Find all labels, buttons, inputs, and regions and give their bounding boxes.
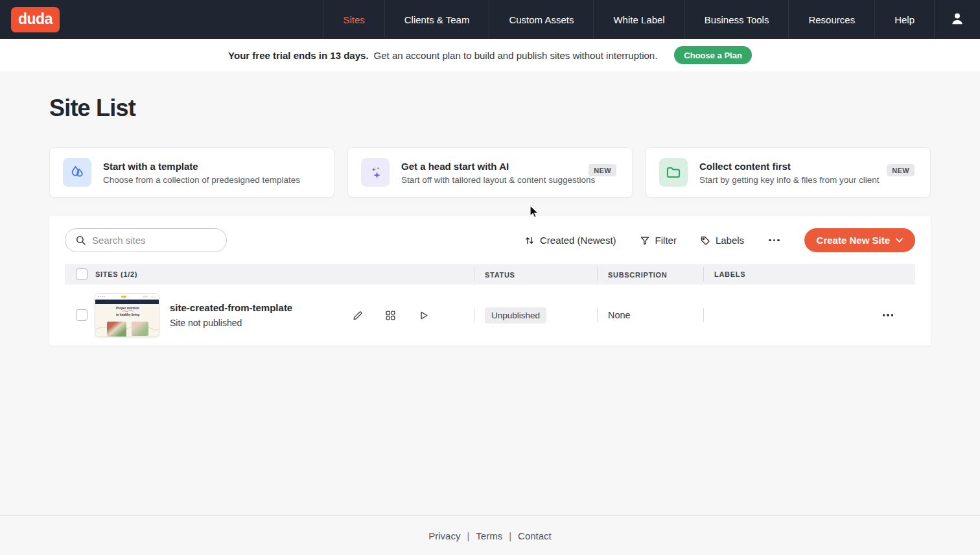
card-title: Collect content first bbox=[699, 161, 880, 172]
thumbnail-headline-1: Proper nutrition bbox=[116, 307, 139, 311]
row-actions bbox=[349, 307, 431, 323]
ai-sparkles-icon bbox=[361, 158, 390, 187]
thumbnail-browser-bar bbox=[95, 294, 159, 300]
duda-drops-icon bbox=[63, 158, 91, 187]
search-icon bbox=[75, 235, 86, 246]
labels-label: Labels bbox=[716, 235, 744, 246]
status-badge: Unpublished bbox=[485, 307, 546, 324]
top-navigation: duda Sites Clients & Team Custom Assets … bbox=[0, 0, 980, 39]
thumbnail-navbar bbox=[95, 300, 159, 304]
row-more-options-button[interactable] bbox=[881, 311, 895, 319]
column-header-subscription: SUBSCRIPTION bbox=[608, 271, 668, 279]
ai-head-start-card[interactable]: Get a head start with AI Start off with … bbox=[347, 147, 633, 198]
quick-start-cards: Start with a template Choose from a coll… bbox=[49, 147, 931, 198]
nav-item-clients-team[interactable]: Clients & Team bbox=[384, 0, 489, 39]
nav-item-help[interactable]: Help bbox=[874, 0, 934, 39]
edit-pencil-icon[interactable] bbox=[349, 307, 365, 323]
user-avatar-icon bbox=[950, 12, 964, 28]
start-with-template-card[interactable]: Start with a template Choose from a coll… bbox=[49, 147, 334, 198]
page-footer: Privacy | Terms | Contact bbox=[0, 515, 980, 555]
trial-banner-days: Your free trial ends in 13 days. bbox=[228, 50, 368, 61]
thumbnail-headline-2: to healthy living bbox=[116, 313, 139, 316]
main-menu: Sites Clients & Team Custom Assets White… bbox=[323, 0, 980, 39]
thumbnail-photo-right bbox=[132, 322, 148, 336]
table-header-row: SITES (1/2) STATUS SUBSCRIPTION LABELS bbox=[65, 264, 915, 285]
page-title: Site List bbox=[49, 95, 135, 122]
account-menu-button[interactable] bbox=[934, 0, 980, 39]
dashboard-grid-icon[interactable] bbox=[382, 307, 398, 323]
column-header-status: STATUS bbox=[485, 271, 515, 279]
contact-link[interactable]: Contact bbox=[518, 530, 552, 541]
card-title: Start with a template bbox=[103, 161, 300, 172]
trial-banner-text: Get an account plan to build and publish… bbox=[374, 50, 658, 61]
sort-arrows-icon bbox=[524, 235, 535, 246]
site-thumbnail[interactable]: Proper nutrition to healthy living bbox=[95, 293, 159, 337]
trial-banner: Your free trial ends in 13 days. Get an … bbox=[0, 39, 980, 71]
terms-link[interactable]: Terms bbox=[476, 530, 502, 541]
table-row[interactable]: Proper nutrition to healthy living site-… bbox=[65, 285, 915, 346]
privacy-link[interactable]: Privacy bbox=[428, 530, 460, 541]
nav-item-sites[interactable]: Sites bbox=[323, 0, 384, 39]
folder-icon bbox=[659, 158, 688, 187]
filter-funnel-icon bbox=[640, 235, 650, 246]
site-name: site-created-from-template bbox=[170, 302, 292, 313]
footer-separator: | bbox=[509, 530, 511, 541]
card-subtitle: Start off with tailored layout & content… bbox=[401, 175, 595, 185]
new-badge: NEW bbox=[589, 164, 616, 176]
create-new-site-button[interactable]: Create New Site bbox=[804, 228, 915, 252]
new-badge: NEW bbox=[887, 164, 915, 176]
thumbnail-photo-left bbox=[107, 322, 126, 337]
row-checkbox[interactable] bbox=[76, 309, 88, 321]
sort-label: Created (Newest) bbox=[540, 235, 616, 246]
footer-separator: | bbox=[467, 530, 469, 541]
list-controls: Created (Newest) Filter Labels Create Ne… bbox=[524, 228, 915, 252]
create-new-site-label: Create New Site bbox=[817, 235, 890, 246]
filter-label: Filter bbox=[655, 235, 677, 246]
collect-content-card[interactable]: Collect content first Start by getting k… bbox=[646, 147, 931, 198]
site-publish-note: Site not published bbox=[170, 318, 292, 328]
nav-item-resources[interactable]: Resources bbox=[788, 0, 874, 39]
sort-control[interactable]: Created (Newest) bbox=[524, 235, 616, 246]
card-subtitle: Choose from a collection of predesigned … bbox=[103, 175, 300, 185]
chevron-down-icon bbox=[896, 238, 903, 242]
site-list-panel: Created (Newest) Filter Labels Create Ne… bbox=[49, 216, 931, 346]
duda-logo[interactable]: duda bbox=[11, 7, 60, 32]
subscription-value: None bbox=[608, 310, 631, 320]
column-header-sites: SITES (1/2) bbox=[95, 270, 137, 278]
column-header-labels: LABELS bbox=[714, 270, 745, 278]
preview-play-icon[interactable] bbox=[415, 307, 431, 323]
tag-icon bbox=[700, 235, 710, 246]
choose-plan-button[interactable]: Choose a Plan bbox=[674, 46, 752, 64]
labels-button[interactable]: Labels bbox=[700, 235, 744, 246]
nav-item-custom-assets[interactable]: Custom Assets bbox=[489, 0, 593, 39]
thumbnail-hero: Proper nutrition to healthy living bbox=[95, 304, 159, 337]
nav-item-business-tools[interactable]: Business Tools bbox=[684, 0, 789, 39]
card-title: Get a head start with AI bbox=[401, 161, 595, 172]
more-options-button[interactable] bbox=[767, 237, 781, 244]
search-sites-input-wrap bbox=[65, 228, 227, 252]
select-all-checkbox[interactable] bbox=[76, 268, 88, 280]
nav-item-white-label[interactable]: White Label bbox=[593, 0, 684, 39]
card-subtitle: Start by getting key info & files from y… bbox=[699, 175, 880, 185]
search-sites-input[interactable] bbox=[92, 235, 218, 246]
filter-button[interactable]: Filter bbox=[640, 235, 677, 246]
